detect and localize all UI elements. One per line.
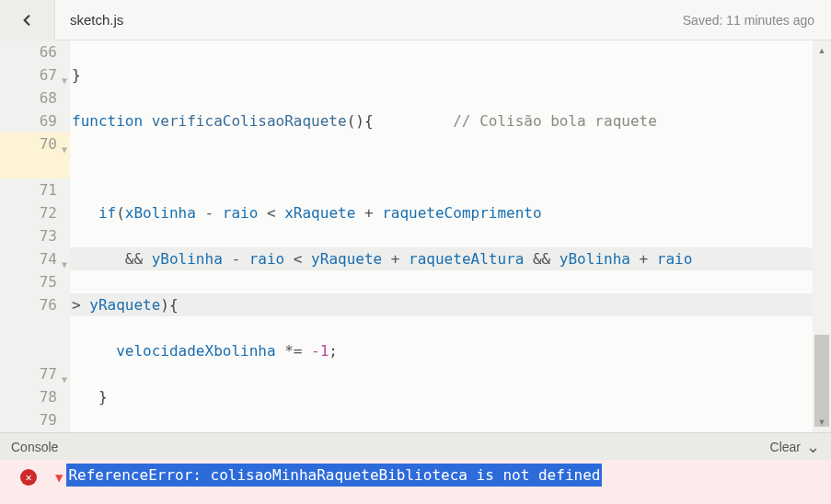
code-token: xRaquete	[284, 204, 355, 222]
saved-status: Saved: 11 minutes ago	[683, 13, 831, 28]
code-token: yBolinha	[560, 250, 630, 268]
code-token: velocidadeXbolinha	[116, 342, 275, 360]
code-token: &&	[125, 250, 152, 268]
code-token: (){	[347, 112, 374, 130]
filename-label: sketch.js	[55, 12, 123, 28]
code-token: &&	[524, 250, 560, 268]
code-token: +	[355, 204, 382, 222]
code-token: *=	[276, 342, 312, 360]
code-token: +	[382, 250, 409, 268]
chevron-down-icon: ⌄	[806, 437, 820, 457]
gutter-line: 69	[0, 109, 70, 132]
gutter-line: 78	[0, 385, 70, 408]
code-token: raqueteComprimento	[382, 204, 541, 222]
console-title: Console	[11, 440, 58, 454]
gutter-line: 71	[0, 178, 70, 201]
scroll-down-icon[interactable]: ▼	[813, 412, 831, 432]
chevron-left-icon	[20, 13, 35, 28]
code-token: function	[72, 112, 143, 130]
gutter-line	[0, 316, 70, 339]
code-token: raio	[223, 204, 259, 222]
code-token: }	[72, 66, 81, 84]
gutter-line: 79	[0, 408, 70, 431]
gutter-line: 77	[0, 362, 70, 385]
code-token: <	[258, 204, 284, 222]
code-token: -1	[311, 342, 329, 360]
code-token: raqueteAltura	[409, 250, 524, 268]
error-icon: ✕	[20, 469, 37, 486]
code-token: -	[196, 204, 223, 222]
code-token: raio	[657, 250, 693, 268]
gutter-line	[0, 339, 70, 362]
gutter-line: 76	[0, 293, 70, 316]
gutter-line: 66	[0, 40, 70, 63]
gutter-line: 74	[0, 247, 70, 270]
gutter-line: 67	[0, 63, 70, 86]
gutter-line: 80	[0, 431, 70, 432]
gutter-line: 70	[0, 132, 70, 155]
code-comment: // Colisão bola raquete	[453, 112, 657, 130]
code-token: yBolinha	[152, 250, 223, 268]
back-button[interactable]	[0, 0, 55, 40]
code-token: <	[284, 250, 311, 268]
error-message: ReferenceError: colisaoMinhaRaqueteBibli…	[66, 464, 602, 487]
gutter-line: 68	[0, 86, 70, 109]
code-token: >	[72, 296, 89, 314]
console-output: ✕ ▼ ReferenceError: colisaoMinhaRaqueteB…	[0, 460, 831, 504]
code-editor[interactable]: 66676869707172737475767778798081 } funct…	[0, 40, 831, 432]
code-token: xBolinha	[125, 204, 196, 222]
clear-label: Clear	[770, 440, 801, 454]
gutter: 66676869707172737475767778798081	[0, 40, 70, 432]
code-token: +	[630, 250, 657, 268]
code-token: }	[98, 388, 108, 406]
scroll-up-icon[interactable]: ▲	[813, 40, 831, 61]
gutter-line	[0, 155, 70, 178]
gutter-line: 75	[0, 270, 70, 293]
code-token: (	[116, 204, 125, 222]
error-arrow-icon: ▼	[55, 470, 63, 485]
gutter-line: 73	[0, 224, 70, 247]
code-token: -	[223, 250, 249, 268]
code-token: verificaColisaoRaquete	[152, 112, 347, 130]
scrollbar[interactable]: ▲ ▼	[813, 40, 831, 432]
editor-header: sketch.js Saved: 11 minutes ago	[0, 0, 831, 40]
gutter-line: 72	[0, 201, 70, 224]
console-header: Console Clear ⌄	[0, 432, 831, 460]
code-token: if	[98, 204, 116, 222]
code-token: raio	[249, 250, 285, 268]
code-token: yRaquete	[89, 296, 160, 314]
code-token: ;	[329, 342, 338, 360]
code-area[interactable]: } function verificaColisaoRaquete(){ // …	[70, 40, 813, 432]
console-clear-button[interactable]: Clear ⌄	[770, 437, 820, 457]
code-token: ){	[160, 296, 178, 314]
code-token: yRaquete	[311, 250, 382, 268]
